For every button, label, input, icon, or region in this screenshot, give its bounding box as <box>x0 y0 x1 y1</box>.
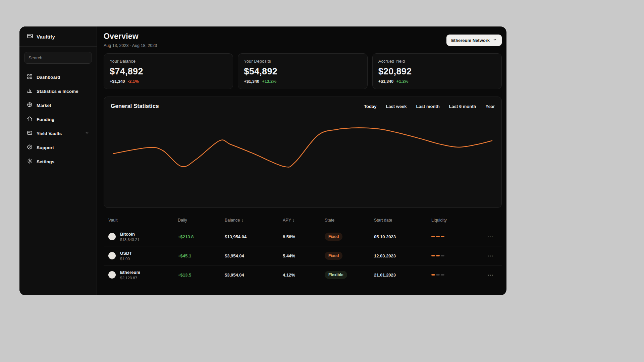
sidebar-item-yield-vaults[interactable]: Yield Vaults <box>23 127 93 140</box>
vault-price: $13,643.21 <box>120 238 140 242</box>
column-header-start-date[interactable]: Start date <box>374 218 431 223</box>
bar-chart-icon <box>27 88 33 95</box>
chevron-down-icon <box>85 131 89 136</box>
table-row-ethereum[interactable]: Ethereum $2,123.87 +$13.5 $3,954.04 4.12… <box>104 265 502 284</box>
vault-avatar <box>108 252 116 259</box>
stat-cards: Your Balance $74,892 +$1,340 -2.1% Your … <box>104 53 502 89</box>
range-tab-last-month[interactable]: Last month <box>416 104 440 109</box>
sidebar-item-dashboard[interactable]: Dashboard <box>23 70 93 84</box>
page-header: Overview Aug 13, 2023 - Aug 18, 2023 Eth… <box>104 26 502 48</box>
sidebar-item-label: Funding <box>37 117 54 122</box>
liquidity-dot <box>441 236 444 237</box>
vault-avatar <box>108 271 116 279</box>
sidebar-nav: Dashboard Statistics & Income Market <box>19 66 97 173</box>
sidebar-item-label: Settings <box>37 159 54 164</box>
stat-value: $74,892 <box>110 66 227 77</box>
sidebar-item-label: Dashboard <box>37 75 60 80</box>
logo: Vaultify <box>19 26 97 47</box>
apy-value: 8.56% <box>283 234 325 239</box>
dashboard-grid-icon <box>27 74 33 80</box>
start-date: 05.10.2023 <box>374 234 431 239</box>
sort-desc-icon: ↓ <box>292 218 294 223</box>
column-header-liquidity[interactable]: Liquidity <box>431 218 479 223</box>
state-badge: Fixed <box>325 252 342 260</box>
stat-label: Your Deposits <box>244 59 361 64</box>
liquidity-dot <box>441 255 444 256</box>
range-tabs: Today Last week Last month Last 6 month … <box>364 104 495 109</box>
stat-change: +$1,340 -2.1% <box>110 79 227 84</box>
table-row-usdt[interactable]: USDT $1.00 +$45.1 $3,954.04 5.44% Fixed … <box>104 246 502 265</box>
sidebar-item-support[interactable]: Support <box>23 141 93 154</box>
range-tab-last-6-month[interactable]: Last 6 month <box>449 104 476 109</box>
liquidity-dot <box>436 236 440 237</box>
chart-area <box>111 115 495 195</box>
vault-price: $2,123.87 <box>120 276 140 280</box>
vault-avatar <box>108 233 116 240</box>
change-amount: +$1,340 <box>110 79 125 84</box>
state-badge: Flexible <box>325 271 347 279</box>
chevron-down-icon <box>493 38 497 43</box>
column-header-daily[interactable]: Daily <box>178 218 225 223</box>
sidebar-item-label: Support <box>37 145 54 150</box>
table-row-bitcoin[interactable]: Bitcoin $13,643.21 +$213.8 $13,954.04 8.… <box>104 227 502 246</box>
daily-change: +$213.8 <box>178 234 225 239</box>
sidebar-item-settings[interactable]: Settings <box>23 155 93 168</box>
balance-value: $3,954.04 <box>225 273 283 278</box>
state-badge: Fixed <box>325 233 342 241</box>
change-percent: +1.2% <box>396 79 409 84</box>
stat-label: Accrued Yield <box>378 59 496 64</box>
globe-icon <box>27 102 33 109</box>
stat-value: $20,892 <box>378 66 496 77</box>
change-percent: -2.1% <box>128 79 139 84</box>
liquidity-dot <box>436 255 440 256</box>
range-tab-year[interactable]: Year <box>486 104 495 109</box>
liquidity-dot <box>436 274 440 276</box>
balance-value: $3,954.04 <box>225 253 283 258</box>
stat-card-balance: Your Balance $74,892 +$1,340 -2.1% <box>104 53 233 89</box>
row-menu-button[interactable]: ⋯ <box>485 233 496 241</box>
vault-name: Bitcoin <box>120 232 140 237</box>
wallet-logo-icon <box>27 33 33 41</box>
daily-change: +$13.5 <box>178 273 225 278</box>
row-menu-button[interactable]: ⋯ <box>485 252 496 260</box>
sidebar-item-label: Statistics & Income <box>37 89 78 94</box>
stat-change: +$1,340 +1.2% <box>378 79 496 84</box>
sidebar-item-funding[interactable]: Funding <box>23 113 93 126</box>
general-statistics-card: General Statistics Today Last week Last … <box>104 97 502 208</box>
search-input[interactable] <box>24 52 92 64</box>
statistics-title: General Statistics <box>111 103 159 110</box>
stat-value: $54,892 <box>244 66 361 77</box>
apy-value: 4.12% <box>283 273 325 278</box>
change-amount: +$1,340 <box>378 79 394 84</box>
change-percent: +13.2% <box>262 79 276 84</box>
row-menu-button[interactable]: ⋯ <box>485 271 496 279</box>
network-selector-button[interactable]: Ethereum Network <box>446 35 502 46</box>
sidebar-item-statistics-income[interactable]: Statistics & Income <box>23 84 93 98</box>
page-title: Overview <box>104 32 157 41</box>
stat-card-accrued-yield: Accrued Yield $20,892 +$1,340 +1.2% <box>372 53 502 89</box>
apy-value: 5.44% <box>283 253 325 258</box>
home-icon <box>27 116 33 123</box>
user-circle-icon <box>27 144 33 151</box>
column-header-state[interactable]: State <box>325 218 374 223</box>
sort-desc-icon: ↓ <box>241 218 243 223</box>
range-tab-today[interactable]: Today <box>364 104 376 109</box>
date-range: Aug 13, 2023 - Aug 18, 2023 <box>104 43 157 48</box>
app-window: Vaultify Dashboard <box>19 26 506 295</box>
liquidity-dot <box>431 255 435 256</box>
liquidity-indicator <box>431 236 479 237</box>
column-header-vault[interactable]: Vault <box>108 218 178 223</box>
range-tab-last-week[interactable]: Last week <box>386 104 407 109</box>
table-header: Vault Daily Balance↓ APY↓ State Start da… <box>104 215 502 227</box>
column-header-balance[interactable]: Balance↓ <box>225 218 283 223</box>
sidebar: Vaultify Dashboard <box>19 26 97 295</box>
main-content: Overview Aug 13, 2023 - Aug 18, 2023 Eth… <box>97 26 506 295</box>
vault-name: Ethereum <box>120 270 140 275</box>
liquidity-dot <box>431 236 435 237</box>
column-header-apy[interactable]: APY↓ <box>283 218 325 223</box>
stat-card-deposits: Your Deposits $54,892 +$1,340 +13.2% <box>238 53 367 89</box>
sidebar-item-label: Market <box>37 103 51 108</box>
vault-price: $1.00 <box>120 257 132 261</box>
vault-icon <box>27 130 33 137</box>
sidebar-item-market[interactable]: Market <box>23 99 93 112</box>
